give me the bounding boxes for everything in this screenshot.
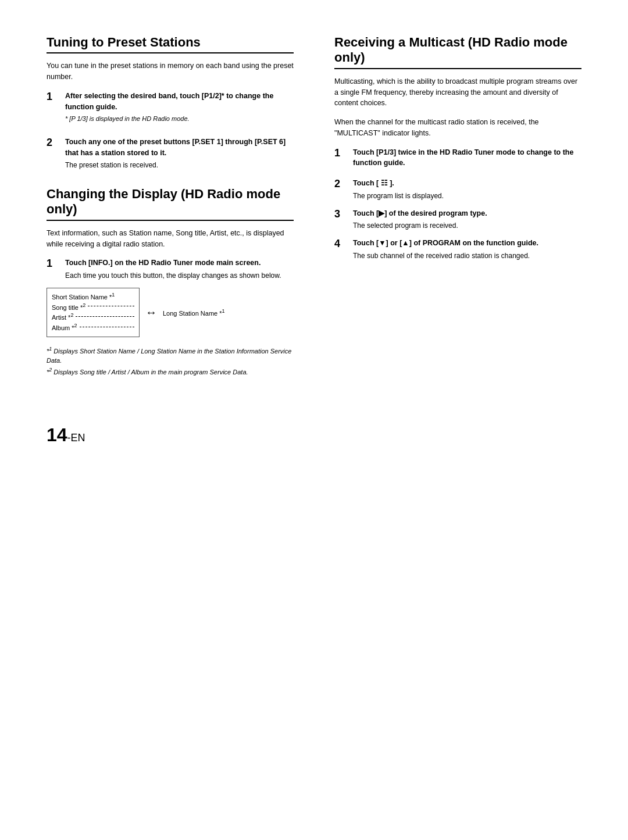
page-number-area: 14-EN <box>47 424 581 446</box>
diagram-label-3: Artist *2 <box>52 312 73 321</box>
diagram-right-label: Long Station Name *1 <box>163 308 225 317</box>
multicast-step-2-number: 2 <box>334 178 348 191</box>
dashed-line-3 <box>80 327 134 327</box>
columns: Tuning to Preset Stations You can tune i… <box>47 35 581 378</box>
step-1-instruction: After selecting the desired band, touch … <box>65 91 294 113</box>
multicast-step-1-content: Touch [P1/3] twice in the HD Radio Tuner… <box>353 147 581 171</box>
dashed-line-1 <box>88 306 134 306</box>
diagram-row-1: Short Station Name *1 <box>52 292 134 301</box>
diagram-footnotes: *1 Displays Short Station Name / Long St… <box>47 345 294 377</box>
multicast-step-3-number: 3 <box>334 208 348 221</box>
step-2-instruction: Touch any one of the preset buttons [P.S… <box>65 137 294 159</box>
multicast-step-1: 1 Touch [P1/3] twice in the HD Radio Tun… <box>334 147 581 171</box>
section-multicast-intro2: When the channel for the multicast radio… <box>334 117 581 139</box>
display-step-1: 1 Touch [INFO.] on the HD Radio Tuner mo… <box>47 258 294 281</box>
multicast-step-2-content: Touch [ ☷ ]. The program list is display… <box>353 178 581 201</box>
section-tuning-title: Tuning to Preset Stations <box>47 35 294 53</box>
multicast-step-2-detail: The program list is displayed. <box>353 191 581 201</box>
step-2-detail: The preset station is received. <box>65 160 294 170</box>
section-multicast-title: Receiving a Multicast (HD Radio mode onl… <box>334 35 581 69</box>
display-step-1-detail: Each time you touch this button, the dis… <box>65 271 294 281</box>
step-2: 2 Touch any one of the preset buttons [P… <box>47 137 294 170</box>
dashed-line-2 <box>76 316 134 317</box>
diagram-label-1: Short Station Name *1 <box>52 292 115 301</box>
diagram-row-4: Album *2 <box>52 323 134 331</box>
multicast-step-4: 4 Touch [▼] or [▲] of PROGRAM on the fun… <box>334 238 581 261</box>
diagram-row-3: Artist *2 <box>52 312 134 321</box>
section-tuning: Tuning to Preset Stations You can tune i… <box>47 35 294 170</box>
step-1-content: After selecting the desired band, touch … <box>65 91 294 130</box>
display-step-1-instruction: Touch [INFO.] on the HD Radio Tuner mode… <box>65 258 294 269</box>
diagram-label-2: Song title *2 <box>52 302 85 311</box>
display-diagram: Short Station Name *1 Song title *2 Arti… <box>47 288 294 337</box>
multicast-step-2: 2 Touch [ ☷ ]. The program list is displ… <box>334 178 581 201</box>
section-multicast-intro1: Multicasting, which is the ability to br… <box>334 76 581 109</box>
multicast-step-2-instruction: Touch [ ☷ ]. <box>353 178 581 189</box>
step-1-number: 1 <box>47 91 60 103</box>
page-number: 14 <box>47 424 67 445</box>
multicast-step-4-number: 4 <box>334 238 348 251</box>
diagram-label-4: Album *2 <box>52 323 77 331</box>
step-1: 1 After selecting the desired band, touc… <box>47 91 294 130</box>
multicast-step-4-instruction: Touch [▼] or [▲] of PROGRAM on the funct… <box>353 238 581 249</box>
multicast-step-4-content: Touch [▼] or [▲] of PROGRAM on the funct… <box>353 238 581 261</box>
footnote-1: *1 Displays Short Station Name / Long St… <box>47 345 294 366</box>
diagram-left-box: Short Station Name *1 Song title *2 Arti… <box>47 288 140 337</box>
page-suffix: -EN <box>67 432 85 444</box>
display-step-1-content: Touch [INFO.] on the HD Radio Tuner mode… <box>65 258 294 281</box>
diagram-arrow: ↔ <box>145 306 157 319</box>
multicast-step-3-content: Touch [▶] of the desired program type. T… <box>353 208 581 231</box>
section-display-intro: Text information, such as Station name, … <box>47 228 294 250</box>
right-column: Receiving a Multicast (HD Radio mode onl… <box>329 35 581 378</box>
multicast-step-4-detail: The sub channel of the received radio st… <box>353 251 581 261</box>
step-1-footnote: * [P 1/3] is displayed in the HD Radio m… <box>65 115 294 123</box>
section-tuning-intro: You can tune in the preset stations in m… <box>47 60 294 83</box>
section-multicast: Receiving a Multicast (HD Radio mode onl… <box>334 35 581 261</box>
section-display-title: Changing the Display (HD Radio mode only… <box>47 187 294 221</box>
step-2-content: Touch any one of the preset buttons [P.S… <box>65 137 294 170</box>
page-content: Tuning to Preset Stations You can tune i… <box>47 35 581 446</box>
diagram-row-2: Song title *2 <box>52 302 134 311</box>
multicast-step-1-instruction: Touch [P1/3] twice in the HD Radio Tuner… <box>353 147 581 169</box>
section-display: Changing the Display (HD Radio mode only… <box>47 187 294 377</box>
multicast-step-3-instruction: Touch [▶] of the desired program type. <box>353 208 581 219</box>
display-step-1-number: 1 <box>47 258 60 270</box>
multicast-step-3: 3 Touch [▶] of the desired program type.… <box>334 208 581 231</box>
multicast-step-1-number: 1 <box>334 147 348 160</box>
step-2-number: 2 <box>47 137 60 149</box>
footnote-2: *2 Displays Song title / Artist / Album … <box>47 366 294 377</box>
left-column: Tuning to Preset Stations You can tune i… <box>47 35 305 378</box>
multicast-step-3-detail: The selected program is received. <box>353 221 581 231</box>
